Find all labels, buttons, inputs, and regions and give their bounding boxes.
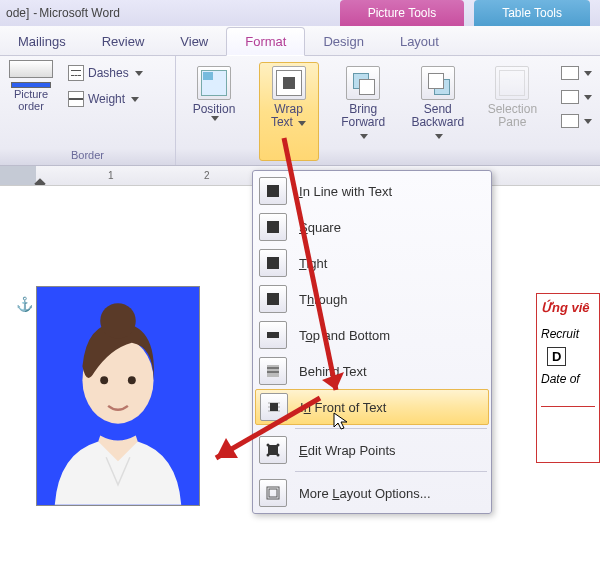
menu-through-label: Through — [299, 292, 347, 307]
menu-topbottom-label: Top and Bottom — [299, 328, 390, 343]
behind-icon — [259, 357, 287, 385]
group-icon — [561, 90, 579, 104]
selection-pane-label-1: Selection — [488, 102, 537, 116]
menu-tight[interactable]: Tight — [255, 245, 489, 281]
tab-format[interactable]: Format — [226, 27, 305, 56]
rotate-icon — [561, 114, 579, 128]
wrap-text-button[interactable]: WrapText — [259, 62, 319, 161]
svg-rect-6 — [267, 221, 279, 233]
menu-behind-text[interactable]: Behind Text — [255, 353, 489, 389]
chevron-down-icon — [584, 95, 592, 100]
chevron-down-icon — [211, 116, 219, 121]
contextual-tabs: Picture Tools Table Tools — [340, 0, 600, 26]
svg-point-18 — [267, 444, 270, 447]
document-mode-suffix: ode] — [2, 6, 33, 20]
position-label: Position — [193, 103, 236, 116]
dashes-button[interactable]: Dashes — [64, 63, 147, 83]
align-icon — [561, 66, 579, 80]
tab-mailings[interactable]: Mailings — [0, 28, 84, 55]
position-button[interactable]: Position — [184, 62, 244, 161]
chevron-down-icon — [135, 71, 143, 76]
ruler-indent-marker[interactable] — [34, 178, 45, 186]
editpoints-icon — [259, 436, 287, 464]
form-title: Ứng viê — [541, 300, 595, 315]
tab-layout[interactable]: Layout — [382, 28, 457, 55]
bring-forward-icon — [346, 66, 380, 100]
dashes-icon — [68, 65, 84, 81]
mouse-cursor-icon — [332, 411, 352, 431]
chevron-down-icon — [298, 121, 306, 126]
tight-icon — [259, 249, 287, 277]
border-group-label: Border — [6, 147, 169, 163]
group-button[interactable] — [561, 90, 592, 104]
picture-tools-context: Picture Tools — [340, 0, 464, 26]
wrap-text-label-2: Text — [271, 115, 293, 129]
wrap-text-label-1: Wrap — [274, 102, 302, 116]
ribbon-tabs: Mailings Review View Format Design Layou… — [0, 26, 600, 56]
square-icon — [259, 213, 287, 241]
picture-border-label-2: order — [18, 100, 44, 112]
arrange-group: Position WrapText BringForward SendBackw… — [176, 56, 600, 165]
svg-rect-10 — [267, 365, 279, 377]
form-divider — [541, 406, 595, 407]
weight-label: Weight — [88, 92, 125, 106]
menu-in-front-of-text[interactable]: In Front of Text — [255, 389, 489, 425]
inserted-photo[interactable] — [36, 286, 200, 506]
photo-placeholder-icon — [37, 287, 199, 505]
picture-border-button[interactable]: Picture order — [6, 60, 56, 112]
chevron-down-icon — [584, 71, 592, 76]
topbottom-icon — [259, 321, 287, 349]
through-icon — [259, 285, 287, 313]
svg-point-2 — [100, 303, 136, 339]
form-recruit-label: Recruit — [541, 327, 595, 341]
selection-pane-icon — [495, 66, 529, 100]
send-backward-button[interactable]: SendBackward — [408, 62, 468, 161]
menu-tight-label: Tight — [299, 256, 327, 271]
svg-point-21 — [277, 454, 280, 457]
menu-through[interactable]: Through — [255, 281, 489, 317]
picture-border-label-1: Picture — [14, 88, 48, 100]
position-icon — [197, 66, 231, 100]
svg-point-3 — [100, 376, 108, 384]
ruler-number: 1 — [108, 170, 114, 181]
ruler-number: 2 — [204, 170, 210, 181]
menu-square-label: Square — [299, 220, 341, 235]
menu-inline-with-text[interactable]: In Line with Text — [255, 173, 489, 209]
svg-rect-7 — [267, 257, 279, 269]
form-textbox[interactable]: Ứng viê Recruit D Date of — [536, 293, 600, 463]
selection-pane-button[interactable]: SelectionPane — [482, 62, 542, 161]
menu-square[interactable]: Square — [255, 209, 489, 245]
weight-icon — [68, 91, 84, 107]
menu-more-layout-options[interactable]: More Layout Options... — [255, 475, 489, 511]
morelayout-icon — [259, 479, 287, 507]
menu-behind-label: Behind Text — [299, 364, 367, 379]
menu-inline-label: In Line with Text — [299, 184, 392, 199]
menu-top-and-bottom[interactable]: Top and Bottom — [255, 317, 489, 353]
svg-rect-23 — [269, 489, 277, 497]
menu-separator — [295, 428, 487, 429]
svg-rect-17 — [268, 445, 278, 455]
send-backward-icon — [421, 66, 455, 100]
svg-rect-5 — [267, 185, 279, 197]
weight-button[interactable]: Weight — [64, 89, 147, 109]
svg-rect-8 — [267, 293, 279, 305]
align-button[interactable] — [561, 66, 592, 80]
ruler-margin-shade — [0, 166, 36, 185]
menu-edit-wrap-points[interactable]: Edit Wrap Points — [255, 432, 489, 468]
rotate-button[interactable] — [561, 114, 592, 128]
tab-view[interactable]: View — [162, 28, 226, 55]
infront-icon — [260, 393, 288, 421]
svg-point-20 — [267, 454, 270, 457]
tab-design[interactable]: Design — [305, 28, 381, 55]
form-date-label: Date of — [541, 372, 595, 386]
dashes-label: Dashes — [88, 66, 129, 80]
selection-pane-label-2: Pane — [498, 115, 526, 129]
picture-border-swatch-icon — [9, 60, 53, 78]
svg-rect-16 — [270, 403, 278, 411]
svg-rect-9 — [267, 332, 279, 338]
tab-review[interactable]: Review — [84, 28, 163, 55]
menu-editpoints-label: Edit Wrap Points — [299, 443, 396, 458]
border-group: Picture order Dashes Weight Border — [0, 56, 176, 165]
chevron-down-icon — [584, 119, 592, 124]
bring-forward-button[interactable]: BringForward — [333, 62, 393, 161]
